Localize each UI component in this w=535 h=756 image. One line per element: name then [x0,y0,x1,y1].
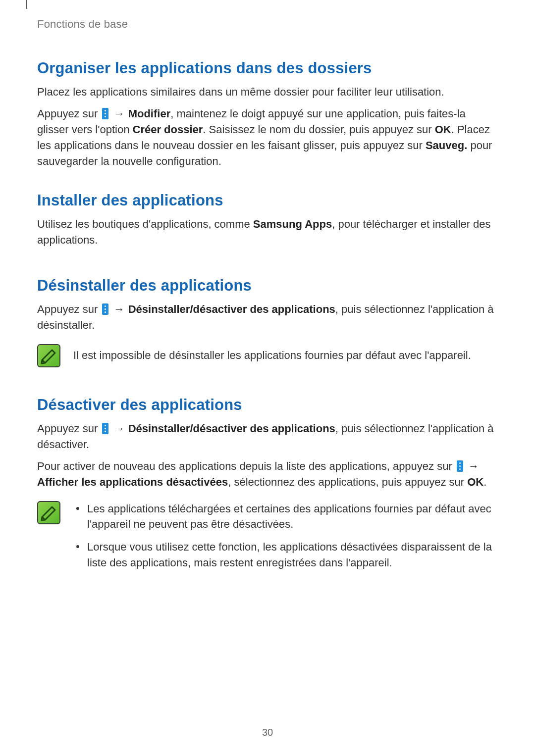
note-text: Il est impossible de désinstaller les ap… [73,344,498,363]
more-menu-icon [457,460,463,472]
text: Pour activer de nouveau des applications… [37,460,455,472]
page-number: 30 [0,727,535,738]
para-s4-1: Appuyez sur → Désinstaller/désactiver de… [37,421,498,453]
heading-desactiver: Désactiver des applications [37,396,498,414]
heading-installer: Installer des applications [37,192,498,209]
text: Utilisez les boutiques d'applications, c… [37,218,253,230]
text: Appuyez sur [37,422,101,435]
breadcrumb: Fonctions de base [37,0,498,31]
list-item: Les applications téléchargées et certain… [73,501,498,533]
para-s4-2: Pour activer de nouveau des applications… [37,458,498,490]
text: , sélectionnez des applications, puis ap… [228,476,467,488]
bold-creer-dossier: Créer dossier [133,123,203,136]
note-block: Il est impossible de désinstaller les ap… [37,344,498,367]
more-menu-icon [102,423,108,434]
bold-desinstaller-desactiver: Désinstaller/désactiver des applications [128,422,335,435]
bold-sauveg: Sauveg. [426,139,467,151]
crop-mark [26,0,27,9]
bold-modifier: Modifier [128,107,171,120]
document-page: Fonctions de base Organiser les applicat… [0,0,535,756]
bold-desinstaller-desactiver: Désinstaller/désactiver des applications [128,303,335,315]
arrow-icon: → [114,422,125,435]
note-icon [37,344,60,367]
text: . [483,476,486,488]
para-s2-1: Utilisez les boutiques d'applications, c… [37,216,498,248]
note-block: Les applications téléchargées et certain… [37,501,498,578]
note-icon [37,501,60,524]
bold-samsung-apps: Samsung Apps [253,218,332,230]
text: Appuyez sur [37,107,101,120]
bold-ok: OK [435,123,451,136]
arrow-icon: → [114,303,125,315]
arrow-icon: → [114,107,125,120]
para-s1-2: Appuyez sur → Modifier, maintenez le doi… [37,106,498,169]
note-list: Les applications téléchargées et certain… [73,501,498,578]
list-item: Lorsque vous utilisez cette fonction, le… [73,539,498,571]
more-menu-icon [102,303,108,315]
heading-desinstaller: Désinstaller des applications [37,277,498,295]
heading-organiser: Organiser les applications dans des doss… [37,59,498,77]
more-menu-icon [102,108,108,119]
bold-afficher-desactivees: Afficher les applications désactivées [37,476,228,488]
para-s3-1: Appuyez sur → Désinstaller/désactiver de… [37,302,498,333]
para-s1-1: Placez les applications similaires dans … [37,84,498,100]
arrow-icon: → [468,460,479,472]
text: . Saisissez le nom du dossier, puis appu… [203,123,434,136]
bold-ok: OK [467,476,483,488]
text: Appuyez sur [37,303,101,315]
